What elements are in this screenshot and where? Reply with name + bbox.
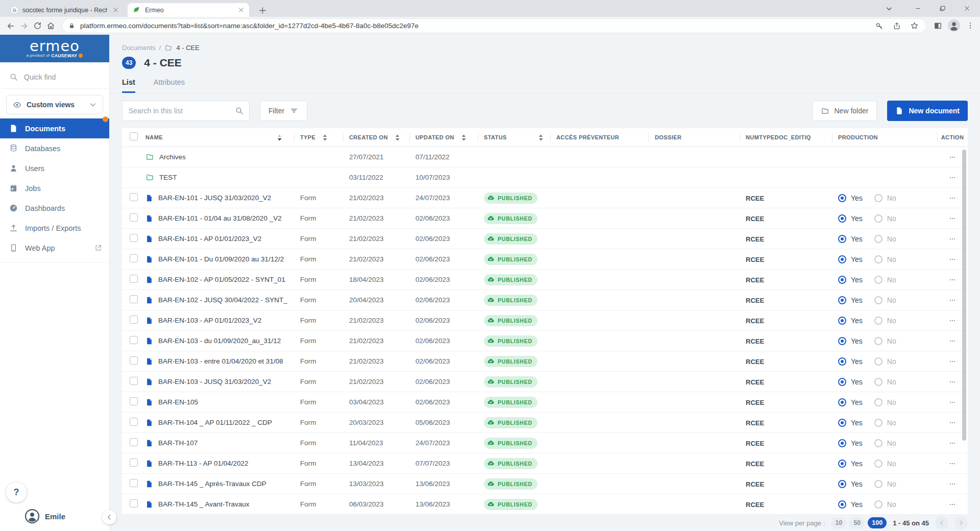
table-scrollbar[interactable] [962,150,966,441]
production-no-radio[interactable] [874,378,883,386]
tab-close-icon[interactable] [111,6,119,14]
item-name[interactable]: BAR-TH-145 _ Avant-Travaux [158,500,250,508]
production-no-radio[interactable] [874,317,883,325]
item-name[interactable]: BAR-EN-101 - AP 01/01/2023_V2 [158,235,261,243]
production-no-radio[interactable] [874,357,883,366]
bookmark-star-icon[interactable] [908,19,921,33]
breadcrumb-root[interactable]: Documents [122,44,156,52]
select-all-checkbox[interactable] [130,132,138,140]
sort-icon[interactable] [538,134,543,141]
new-folder-button[interactable]: New folder [812,101,877,121]
production-yes-radio[interactable] [838,378,846,386]
row-checkbox[interactable] [130,295,138,303]
item-name[interactable]: BAR-EN-103 - entre 01/04/2020 et 31/08 [158,357,283,365]
window-close-button[interactable] [955,0,978,17]
window-minimize-button[interactable] [906,0,929,17]
per-page-option-50[interactable]: 50 [849,517,865,528]
row-checkbox[interactable] [130,438,138,446]
sort-icon[interactable] [395,134,400,141]
address-bar[interactable]: platform.ermeo.com/documents?tab=list&so… [62,19,926,33]
row-actions-menu[interactable] [948,358,957,365]
production-no-radio[interactable] [874,439,883,447]
production-yes-radio[interactable] [838,337,846,345]
item-name[interactable]: BAR-EN-101 - Du 01/09/2020 au 31/12/2 [158,255,284,263]
row-actions-menu[interactable] [948,174,957,181]
row-checkbox[interactable] [130,316,138,324]
new-tab-button[interactable] [256,4,268,16]
row-checkbox[interactable] [130,213,138,222]
tab-list[interactable]: List [122,78,135,93]
row-actions-menu[interactable] [948,378,957,385]
forward-button[interactable] [17,19,31,33]
row-actions-menu[interactable] [948,235,957,243]
row-actions-menu[interactable] [948,195,957,202]
column-header-type[interactable]: TYPE [294,134,343,141]
user-menu[interactable]: Emile [24,509,65,524]
row-actions-menu[interactable] [948,276,957,283]
production-no-radio[interactable] [874,255,883,263]
production-no-radio[interactable] [874,419,883,427]
per-page-option-10[interactable]: 10 [831,517,846,528]
production-no-radio[interactable] [874,296,883,304]
production-yes-radio[interactable] [838,317,846,325]
row-actions-menu[interactable] [948,337,957,345]
row-checkbox[interactable] [130,275,138,283]
production-yes-radio[interactable] [838,419,846,427]
item-name[interactable]: BAR-TH-145 _ Après-Travaux CDP [158,480,266,488]
column-header-status[interactable]: STATUS [478,134,550,141]
new-document-button[interactable]: New document [887,101,968,121]
row-actions-menu[interactable] [948,215,957,222]
per-page-option-100[interactable]: 100 [868,517,887,528]
sort-icon[interactable] [461,134,466,141]
reload-button[interactable] [31,19,44,33]
column-header-created[interactable]: CREATED ON [343,134,409,141]
production-yes-radio[interactable] [838,398,846,406]
row-actions-menu[interactable] [948,297,957,304]
row-checkbox[interactable] [130,458,138,467]
column-header-name[interactable]: NAME [145,134,294,141]
item-name[interactable]: BAR-TH-104 _ AP 01/11/2022 _ CDP [158,419,272,426]
sidebar-item-jobs[interactable]: Jobs [0,178,109,198]
row-actions-menu[interactable] [948,480,957,488]
quick-find[interactable]: Quick find [1,65,108,89]
production-yes-radio[interactable] [838,276,846,284]
sidebar-item-dashboards[interactable]: Dashboards [0,198,109,218]
production-yes-radio[interactable] [838,255,846,263]
production-yes-radio[interactable] [838,500,846,509]
row-checkbox[interactable] [130,234,138,242]
item-name[interactable]: BAR-EN-102 - AP 01/05/2022 - SYNT_01 [158,276,285,283]
production-yes-radio[interactable] [838,357,846,366]
production-no-radio[interactable] [874,276,883,284]
help-button[interactable]: ? [6,482,27,502]
production-yes-radio[interactable] [838,439,846,447]
production-yes-radio[interactable] [838,296,846,304]
production-no-radio[interactable] [874,500,883,509]
production-no-radio[interactable] [874,214,883,223]
row-actions-menu[interactable] [948,256,957,263]
row-checkbox[interactable] [130,499,138,508]
password-key-icon[interactable] [873,19,886,33]
production-no-radio[interactable] [874,194,883,202]
browser-tab-inactive[interactable]: G socotec forme juridique - Recher [5,3,124,17]
row-checkbox[interactable] [130,397,138,405]
browser-tab-active[interactable]: Ermeo [128,3,249,17]
row-checkbox[interactable] [130,356,138,365]
sidebar-item-documents[interactable]: Documents [0,118,109,138]
row-checkbox[interactable] [130,254,138,262]
profile-avatar[interactable] [947,19,961,32]
production-yes-radio[interactable] [838,194,846,202]
browser-menu-icon[interactable] [964,19,977,32]
sort-icon[interactable] [323,134,327,141]
custom-views-dropdown[interactable]: Custom views [6,95,103,114]
row-actions-menu[interactable] [948,317,957,324]
item-name[interactable]: BAR-EN-103 - JUSQ 31/03/2020_V2 [158,378,271,385]
item-name[interactable]: BAR-EN-101 - JUSQ 31/03/2020_V2 [158,194,271,202]
search-input[interactable] [129,107,235,115]
item-name[interactable]: TEST [159,174,177,181]
item-name[interactable]: Archives [159,153,186,161]
row-actions-menu[interactable] [948,460,957,467]
tab-attributes[interactable]: Attributes [154,78,185,93]
sort-icon[interactable] [277,134,282,141]
production-yes-radio[interactable] [838,460,846,468]
tab-close-icon[interactable] [237,6,245,14]
